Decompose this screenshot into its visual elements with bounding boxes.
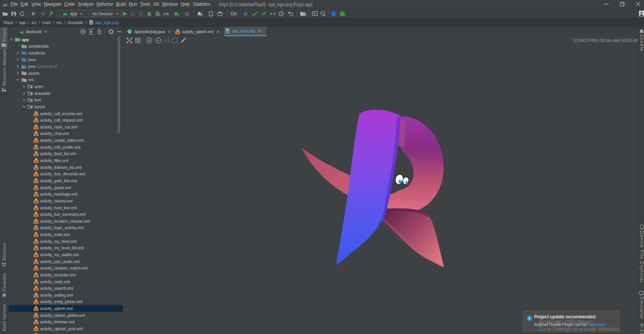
svg-text:<>: <> [35,160,37,163]
svg-text:<>: <> [35,180,37,183]
svg-text:<>: <> [35,221,37,223]
svg-text:<>: <> [35,261,37,264]
svg-text:<>: <> [35,254,37,257]
svg-text:<>: <> [35,315,37,318]
svg-text:<>: <> [35,214,37,217]
svg-text:<>: <> [35,301,37,304]
svg-text:<>: <> [176,31,179,34]
svg-text:<>: <> [35,321,37,324]
svg-text:<>: <> [35,147,37,149]
svg-text:<>: <> [35,241,37,244]
svg-text:<>: <> [35,167,37,170]
svg-text:<>: <> [35,288,37,291]
svg-text:<>: <> [35,207,37,210]
svg-text:<>: <> [35,194,37,196]
svg-text:<>: <> [35,201,37,203]
svg-text:<>: <> [35,308,37,311]
svg-text:<>: <> [35,187,37,190]
svg-text:<>: <> [35,153,37,156]
svg-text:<>: <> [35,113,37,116]
svg-text:<>: <> [35,295,37,297]
svg-text:<>: <> [35,133,37,136]
svg-text:<>: <> [35,281,37,284]
svg-text:C: C [128,29,131,34]
svg-text:<>: <> [35,268,37,270]
svg-text:<>: <> [35,234,37,237]
svg-text:<>: <> [35,120,37,122]
svg-text:<>: <> [35,247,37,250]
svg-text:<>: <> [35,140,37,143]
svg-text:<>: <> [35,127,37,129]
svg-text:<>: <> [35,275,37,277]
svg-text:<>: <> [35,227,37,230]
svg-text:<>: <> [35,173,37,176]
svg-text:<>: <> [35,328,37,331]
